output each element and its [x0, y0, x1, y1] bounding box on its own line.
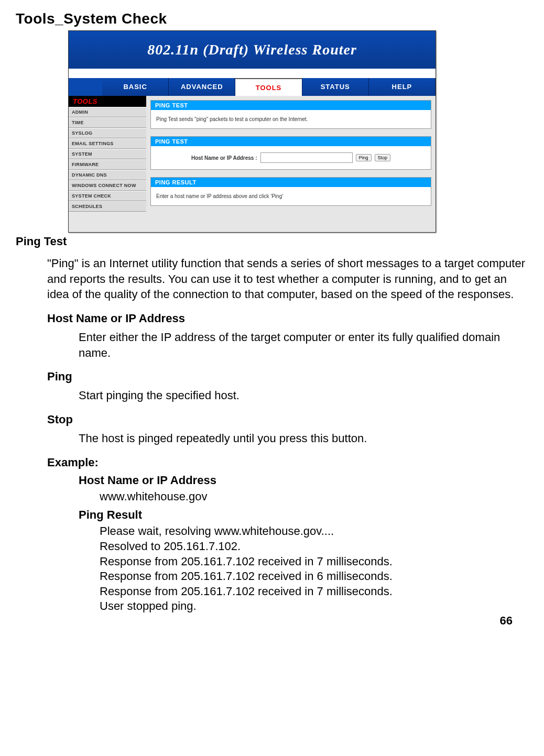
sidebar-item-dynamic-dns[interactable]: DYNAMIC DNS [69, 170, 146, 180]
sidebar-item-time[interactable]: TIME [69, 117, 146, 128]
stop-button[interactable]: Stop [375, 154, 391, 161]
panel-body-ping-intro: Ping Test sends "ping" packets to test a… [151, 110, 431, 128]
ping-line: User stopped ping. [100, 599, 528, 614]
panel-header-ping-result: PING RESULT [151, 178, 431, 187]
host-ip-input[interactable] [260, 152, 353, 163]
help-host-heading: Host Name or IP Address [47, 312, 528, 325]
help-example-result-heading: Ping Result [79, 508, 528, 522]
sidebar-item-syslog[interactable]: SYSLOG [69, 128, 146, 138]
help-example-heading: Example: [47, 456, 528, 469]
ping-line: Please wait, resolving www.whitehouse.go… [100, 524, 528, 539]
help-stop-heading: Stop [47, 413, 528, 426]
sidebar-item-system[interactable]: SYSTEM [69, 149, 146, 159]
help-ping-test-body: "Ping" is an Internet utility function t… [47, 256, 528, 302]
sidebar-item-admin[interactable]: ADMIN [69, 107, 146, 117]
help-stop-body: The host is pinged repeatedly until you … [79, 431, 528, 446]
sidebar-item-schedules[interactable]: SCHEDULES [69, 201, 146, 212]
help-host-body: Enter either the IP address of the targe… [79, 330, 528, 360]
tab-basic[interactable]: BASIC [102, 78, 169, 96]
ping-button[interactable]: Ping [356, 154, 372, 161]
panel-ping-intro: PING TEST Ping Test sends "ping" packets… [150, 100, 431, 129]
help-example-ping-lines: Please wait, resolving www.whitehouse.go… [16, 524, 528, 614]
help-example-host-heading: Host Name or IP Address [79, 474, 528, 487]
panel-header-ping-intro: PING TEST [151, 101, 431, 110]
tab-tools[interactable]: TOOLS [235, 78, 302, 96]
help-example-host-value: www.whitehouse.gov [100, 489, 528, 505]
ping-line: Response from 205.161.7.102 received in … [100, 554, 528, 569]
panel-ping-result: PING RESULT Enter a host name or IP addr… [150, 177, 431, 206]
ping-line: Response from 205.161.7.102 received in … [100, 569, 528, 584]
tab-advanced[interactable]: ADVANCED [169, 78, 235, 96]
sidebar-item-system-check[interactable]: SYSTEM CHECK [69, 191, 146, 201]
help-ping-heading: Ping [47, 370, 528, 384]
sidebar-item-email-settings[interactable]: EMAIL SETTINGS [69, 138, 146, 149]
ping-line: Resolved to 205.161.7.102. [100, 539, 528, 554]
tab-status[interactable]: STATUS [302, 78, 369, 96]
router-nav: BASIC ADVANCED TOOLS STATUS HELP [69, 69, 436, 96]
router-banner: 802.11n (Draft) Wireless Router [69, 31, 436, 69]
router-ui-screenshot: 802.11n (Draft) Wireless Router BASIC AD… [68, 30, 436, 233]
sidebar-item-firmware[interactable]: FIRMWARE [69, 159, 146, 170]
page-title: Tools_System Check [16, 10, 528, 27]
page-number: 66 [500, 614, 513, 628]
host-ip-label: Host Name or IP Address : [191, 155, 257, 161]
help-ping-test-heading: Ping Test [16, 235, 528, 248]
panel-ping-form: PING TEST Host Name or IP Address : Ping… [150, 136, 431, 170]
tab-help[interactable]: HELP [369, 78, 436, 96]
sidebar-item-windows-connect-now[interactable]: WINDOWS CONNECT NOW [69, 180, 146, 191]
help-ping-body: Start pinging the specified host. [79, 388, 528, 403]
ping-line: Response from 205.161.7.102 received in … [100, 584, 528, 599]
sidebar-header: TOOLS [69, 96, 146, 107]
panel-body-ping-result: Enter a host name or IP address above an… [151, 187, 431, 205]
panel-header-ping-form: PING TEST [151, 137, 431, 146]
router-content: PING TEST Ping Test sends "ping" packets… [146, 96, 436, 232]
router-sidebar: TOOLS ADMIN TIME SYSLOG EMAIL SETTINGS S… [69, 96, 146, 232]
